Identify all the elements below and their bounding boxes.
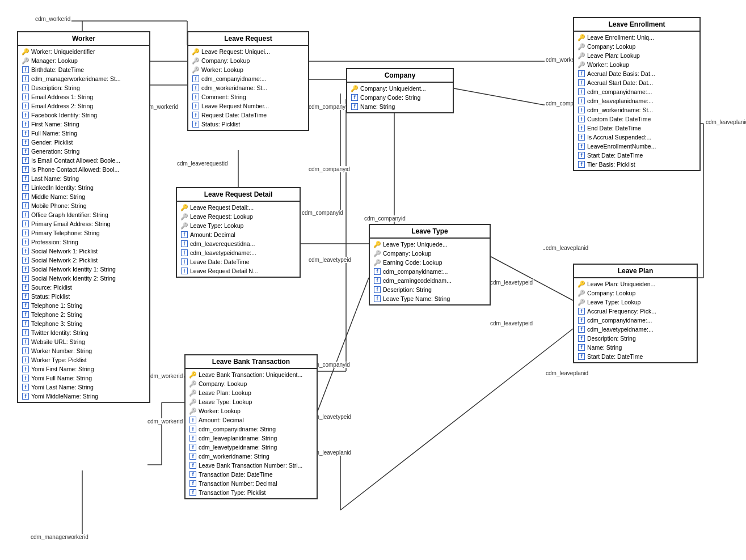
field-icon: f	[189, 462, 196, 469]
field-row: 🔑Leave Plan: Uniqueiden...	[574, 279, 697, 289]
field-icon: f	[22, 375, 29, 381]
field-icon: f	[22, 357, 29, 363]
label-cdm-workerid-lbt2: cdm_workerid	[146, 418, 184, 425]
entity-leave-plan: Leave Plan 🔑Leave Plan: Uniqueiden... 🔑C…	[573, 264, 698, 363]
entity-worker: Worker 🔑Worker: Uniqueidentifier 🔑Manage…	[17, 31, 150, 403]
field-icon: f	[22, 103, 29, 109]
field-icon: f	[578, 317, 585, 324]
entity-leave-type: Leave Type 🔑Leave Type: Uniquede... 🔑Com…	[369, 224, 491, 306]
field-row: fOffice Graph Identifier: String	[18, 210, 149, 219]
field-icon: f	[374, 268, 381, 275]
field-icon: f	[578, 152, 585, 159]
entity-worker-title: Worker	[18, 32, 149, 46]
field-row: 🔑Company: Lookup	[186, 379, 317, 388]
key-silver-icon: 🔑	[22, 57, 29, 65]
field-row: fYomi Full Name: String	[18, 374, 149, 383]
field-icon: f	[578, 326, 585, 333]
field-row: fLeave Type Name: String	[370, 294, 490, 303]
field-row: 🔑Leave Type: Uniquede...	[370, 240, 490, 249]
key-gold-icon: 🔑	[192, 48, 200, 56]
field-row: fTelephone 1: String	[18, 301, 149, 310]
field-icon: f	[22, 329, 29, 336]
field-icon: f	[22, 94, 29, 100]
svg-line-15	[451, 88, 543, 105]
field-row: fLinkedIn Identity: String	[18, 183, 149, 192]
field-row: fStatus: Picklist	[188, 120, 308, 129]
field-row: fName: String	[574, 343, 697, 352]
field-icon: f	[22, 193, 29, 200]
field-row: 🔑Company: Lookup	[574, 42, 699, 51]
field-row: 🔑Leave Type: Lookup	[574, 298, 697, 307]
field-row: 🔑Leave Type: Lookup	[186, 397, 317, 406]
field-row: fStatus: Picklist	[18, 292, 149, 301]
field-row: 🔑Manager: Lookup	[18, 56, 149, 65]
field-row: fcdm_companyidname:...	[574, 316, 697, 325]
field-row: fProfession: String	[18, 237, 149, 247]
field-icon: f	[22, 239, 29, 245]
field-icon: f	[22, 384, 29, 391]
field-row: fYomi MiddleName: String	[18, 392, 149, 401]
key-gold-icon: 🔑	[180, 203, 188, 211]
field-row: fSocial Network 2: Picklist	[18, 256, 149, 265]
field-icon: f	[181, 249, 188, 256]
field-row: 🔑Leave Plan: Lookup	[186, 388, 317, 397]
key-silver-icon: 🔑	[189, 407, 197, 415]
entity-leave-type-title: Leave Type	[370, 225, 490, 239]
field-icon: f	[22, 257, 29, 264]
field-row: fFull Name: String	[18, 129, 149, 138]
field-icon: f	[578, 79, 585, 86]
label-cdm-companyid-3: cdm_companyid	[301, 210, 344, 216]
field-row: fcdm_workeridname: St...	[574, 105, 699, 114]
field-row: fMobile Phone: String	[18, 201, 149, 210]
field-row: 🔑Earning Code: Lookup	[370, 258, 490, 267]
label-cdm-leaveplanid-1: cdm_leaveplanid	[705, 119, 746, 125]
key-silver-icon: 🔑	[578, 289, 585, 297]
entity-company: Company 🔑Company: Uniqueident... fCompan…	[346, 68, 454, 113]
field-icon: f	[374, 295, 381, 302]
field-row: 🔑Leave Bank Transaction: Uniqueident...	[186, 370, 317, 379]
field-row: fWorker Number: String	[18, 346, 149, 355]
field-icon: f	[351, 94, 358, 101]
field-row: fSocial Network Identity 2: String	[18, 274, 149, 283]
field-icon: f	[374, 286, 381, 293]
field-row: 🔑Leave Type: Lookup	[177, 221, 300, 230]
field-row: fAmount: Decimal	[186, 415, 317, 425]
field-icon: f	[22, 66, 29, 73]
field-icon: f	[189, 453, 196, 460]
key-silver-icon: 🔑	[180, 222, 188, 230]
field-icon: f	[578, 97, 585, 104]
entity-leave-enrollment: Leave Enrollment 🔑Leave Enrollment: Uniq…	[573, 17, 701, 171]
field-row: fEnd Date: DateTime	[574, 124, 699, 133]
key-gold-icon: 🔑	[578, 280, 585, 288]
label-cdm-leavetypeid-1: cdm_leavetypeid	[307, 257, 352, 263]
field-icon: f	[578, 125, 585, 131]
field-row: fLeave Bank Transaction Number: Stri...	[186, 461, 317, 470]
field-row: fcdm_workeridname: St...	[188, 83, 308, 92]
field-icon: f	[22, 284, 29, 291]
field-row: fLeave Request Number...	[188, 101, 308, 111]
entity-leave-request-title: Leave Request	[188, 32, 308, 46]
field-row: fAccrual Date Basis: Dat...	[574, 69, 699, 78]
field-row: fBirthdate: DateTime	[18, 65, 149, 74]
field-icon: f	[181, 258, 188, 265]
svg-line-10	[488, 255, 573, 300]
field-row: 🔑Leave Plan: Lookup	[574, 51, 699, 60]
field-row: fSocial Network Identity 1: String	[18, 265, 149, 274]
label-cdm-leaveplanid-2: cdm_leaveplanid	[545, 245, 589, 251]
field-row: 🔑Worker: Uniqueidentifier	[18, 47, 149, 56]
field-row: fEmail Address 1: String	[18, 92, 149, 101]
field-icon: f	[181, 268, 188, 274]
key-silver-icon: 🔑	[578, 43, 585, 50]
key-silver-icon: 🔑	[192, 66, 200, 74]
field-icon: f	[22, 84, 29, 91]
entity-leave-type-body: 🔑Leave Type: Uniquede... 🔑Company: Looku…	[370, 239, 490, 304]
entity-leave-bank-transaction-title: Leave Bank Transaction	[186, 355, 317, 369]
label-cdm-companyid-2: cdm_companyid	[307, 166, 351, 172]
entity-leave-bank-transaction: Leave Bank Transaction 🔑Leave Bank Trans…	[184, 354, 318, 499]
field-row: 🔑Worker: Lookup	[188, 65, 308, 74]
field-row: fIs Phone Contact Allowed: Bool...	[18, 165, 149, 174]
entity-company-title: Company	[347, 69, 453, 83]
entity-leave-request-detail-body: 🔑Leave Request Detail:... 🔑Leave Request…	[177, 202, 300, 277]
label-cdm-leaveplanid-lbt2: cdm_leaveplanid	[545, 370, 589, 376]
entity-leave-plan-body: 🔑Leave Plan: Uniqueiden... 🔑Company: Loo…	[574, 278, 697, 362]
